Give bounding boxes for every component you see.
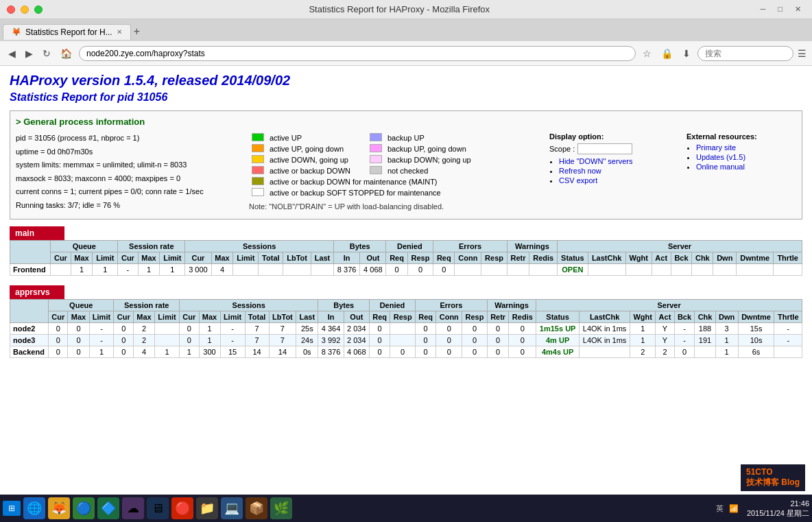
td-q-max: 1: [71, 263, 93, 275]
window-title: Statistics Report for HAProxy - Mozilla …: [43, 4, 756, 14]
updates-link[interactable]: Updates (v1.5): [696, 153, 745, 161]
legend-label-active-up: active UP: [267, 132, 353, 143]
th2-e-conn: Conn: [436, 311, 462, 322]
online-manual-link[interactable]: Online manual: [696, 163, 745, 171]
primary-site-link[interactable]: Primary site: [696, 143, 736, 152]
th2-sessions: Sessions: [180, 299, 318, 311]
table-row: Backend 0 0 1 0 4 1 1 300 15 14 14 0s 8 …: [10, 346, 802, 357]
th-dwn: Dwn: [713, 252, 737, 263]
th-s-lbtot: LbTot: [283, 252, 311, 263]
th-queue: Queue: [51, 240, 118, 252]
window-controls[interactable]: [7, 5, 43, 14]
bookmark-button[interactable]: ☆: [640, 47, 654, 60]
th2-s-max: Max: [199, 311, 220, 322]
th-d-req: Req: [386, 252, 407, 263]
th2-dwn: Dwn: [715, 311, 738, 322]
info-line5: current conns = 1; current pipes = 0/0; …: [16, 186, 235, 198]
maximize-btn[interactable]: [34, 5, 43, 14]
apprsrvs-stats-table: Queue Session rate Sessions Bytes Denied…: [10, 299, 802, 358]
info-line1: pid = 31056 (process #1, nbproc = 1): [16, 132, 235, 145]
legend-color-active-up-going-down: [252, 144, 264, 152]
win-restore[interactable]: □: [774, 3, 787, 15]
legend-color-backup-up: [370, 133, 382, 141]
close-btn[interactable]: [7, 5, 15, 14]
th-dwntme: Dwntme: [737, 252, 774, 263]
td-s-max: 4: [211, 263, 233, 275]
th-sr-cur: Cur: [118, 252, 138, 263]
display-options-title: Display option:: [549, 132, 673, 141]
td-lastchk: [588, 263, 625, 275]
legend-color-maint: [252, 177, 264, 185]
display-options-list: Hide "DOWN" servers Refresh now CSV expo…: [549, 157, 673, 185]
th-w-retr: Retr: [507, 252, 529, 263]
th2-sr-cur: Cur: [114, 311, 134, 322]
search-input[interactable]: [697, 46, 793, 61]
th-b-in: In: [334, 252, 360, 263]
scope-label: Scope :: [549, 145, 575, 153]
legend-label-down: active or backup DOWN: [267, 165, 353, 176]
th-e-resp: Resp: [481, 252, 508, 263]
td-status: 1m15s UP: [536, 322, 580, 334]
th-status: Status: [558, 252, 588, 263]
th2-s-lbtot: LbTot: [269, 311, 296, 322]
scope-row: Scope :: [549, 143, 673, 154]
browser-tab[interactable]: 🦊 Statistics Report for H... ✕: [3, 24, 131, 40]
th2-bytes: Bytes: [318, 299, 370, 311]
tab-bar: 🦊 Statistics Report for H... ✕ +: [0, 19, 812, 41]
table-row: node2 0 0 - 0 2 0 1 - 7 7 25s 4 364 2 03…: [10, 322, 802, 334]
td-sr-limit: 1: [160, 263, 185, 275]
back-button[interactable]: ◀: [5, 47, 19, 60]
external-resources: External resources: Primary site Updates…: [686, 132, 796, 172]
new-tab-button[interactable]: +: [134, 25, 140, 38]
th2-denied: Denied: [369, 299, 415, 311]
row-name: Backend: [10, 346, 49, 357]
main-table-wrapper: Queue Session rate Sessions Bytes Denied…: [10, 240, 802, 276]
th2-b-out: Out: [344, 311, 369, 322]
th2-act: Act: [656, 311, 674, 322]
td-status: 4m UP: [536, 334, 580, 346]
download-button[interactable]: ⬇: [680, 47, 693, 60]
apprsrvs-table-wrapper: Queue Session rate Sessions Bytes Denied…: [10, 299, 802, 358]
forward-button[interactable]: ▶: [23, 47, 36, 60]
th2-s-limit: Limit: [220, 311, 245, 322]
th2-warnings: Warnings: [487, 299, 536, 311]
minimize-btn[interactable]: [21, 5, 29, 14]
th-b-out: Out: [360, 252, 386, 263]
th-w-redis: Redis: [529, 252, 558, 263]
td-dwntme: [737, 263, 774, 275]
scope-input[interactable]: [577, 143, 632, 154]
th-chk: Chk: [692, 252, 713, 263]
hide-down-link[interactable]: Hide "DOWN" servers: [559, 157, 632, 165]
th-q-limit: Limit: [93, 252, 118, 263]
th-s-max: Max: [211, 252, 233, 263]
row-name-frontend: Frontend: [10, 263, 51, 275]
td-wght: [625, 263, 652, 275]
win-minimize[interactable]: ─: [756, 3, 770, 15]
td-bck: [671, 263, 692, 275]
home-button[interactable]: 🏠: [58, 47, 75, 60]
tab-close-icon[interactable]: ✕: [117, 28, 122, 36]
win-controls[interactable]: ─ □ ✕: [756, 3, 805, 15]
legend-color-backup-up-going-down: [370, 144, 382, 152]
th-bytes: Bytes: [334, 240, 386, 252]
refresh-button[interactable]: ↻: [40, 47, 53, 60]
td-d-resp: 0: [407, 263, 433, 275]
refresh-now-link[interactable]: Refresh now: [559, 167, 601, 175]
address-bar: ◀ ▶ ↻ 🏠 ☆ 🔒 ⬇ ☰: [0, 41, 812, 66]
th2-e-req: Req: [415, 311, 435, 322]
th2-q-limit: Limit: [89, 311, 114, 322]
th-s-total: Total: [259, 252, 283, 263]
csv-export-link[interactable]: CSV export: [559, 176, 597, 185]
th-act: Act: [652, 252, 671, 263]
legend-label-maint: active or backup DOWN for maintenance (M…: [267, 176, 474, 187]
menu-button[interactable]: ☰: [798, 48, 807, 59]
win-close[interactable]: ✕: [791, 3, 805, 15]
th2-status: Status: [536, 311, 580, 322]
th2-queue: Queue: [48, 299, 114, 311]
th2-q-cur: Cur: [48, 311, 68, 322]
td-q-cur: [51, 263, 71, 275]
main-stats-section: main Queue Session rate Sessions Bytes D…: [10, 226, 802, 276]
general-info-section: > General process information pid = 3105…: [10, 110, 802, 220]
th2-q-max: Max: [68, 311, 89, 322]
url-field[interactable]: [79, 46, 636, 61]
